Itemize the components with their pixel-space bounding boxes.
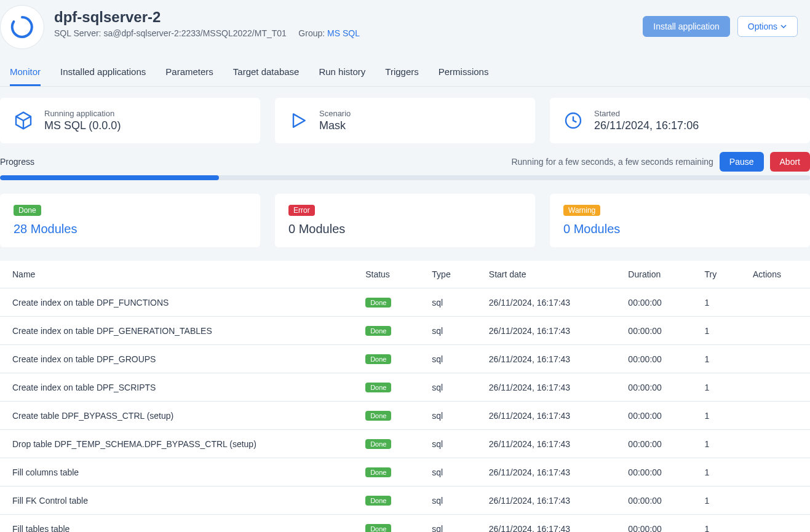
status-badge: Done [365,439,391,449]
table-row[interactable]: Fill FK Control tableDonesql26/11/2024, … [0,486,810,515]
pause-button[interactable]: Pause [720,152,764,172]
col-status[interactable]: Status [353,261,419,288]
group-link[interactable]: MS SQL [327,28,360,38]
cell-duration: 00:00:00 [616,402,692,430]
cell-try: 1 [693,430,741,458]
cell-duration: 00:00:00 [616,515,692,533]
cell-status: Done [353,515,419,533]
table-row[interactable]: Create index on table DPF_SCRIPTSDonesql… [0,373,810,402]
table-row[interactable]: Fill columns tableDonesql26/11/2024, 16:… [0,458,810,486]
cell-actions [741,288,810,317]
cell-actions [741,345,810,373]
running-app-value: MS SQL (0.0.0) [44,119,121,132]
cell-type: sql [419,345,476,373]
cell-try: 1 [693,402,741,430]
started-value: 26/11/2024, 16:17:06 [594,119,699,132]
modules-table: Name Status Type Start date Duration Try… [0,261,810,532]
cell-try: 1 [693,486,741,515]
done-count: 28 Modules [14,222,247,236]
tab-parameters[interactable]: Parameters [165,66,213,86]
table-row[interactable]: Create index on table DPF_GENERATION_TAB… [0,317,810,345]
cell-start: 26/11/2024, 16:17:43 [477,373,616,402]
table-row[interactable]: Fill tables tableDonesql26/11/2024, 16:1… [0,515,810,533]
tab-installed-applications[interactable]: Installed applications [60,66,146,86]
warning-badge: Warning [563,205,600,216]
done-card[interactable]: Done 28 Modules [0,194,260,247]
error-badge: Error [288,205,315,216]
status-badge: Done [365,298,391,308]
table-row[interactable]: Create index on table DPF_GROUPSDonesql2… [0,345,810,373]
options-label: Options [748,22,777,31]
cell-duration: 00:00:00 [616,317,692,345]
cell-duration: 00:00:00 [616,458,692,486]
warning-card[interactable]: Warning 0 Modules [550,194,810,247]
clock-icon [563,111,583,130]
cell-duration: 00:00:00 [616,288,692,317]
table-row[interactable]: Create table DPF_BYPASS_CTRL (setup)Done… [0,402,810,430]
status-badge: Done [365,411,391,421]
cell-try: 1 [693,458,741,486]
cell-actions [741,486,810,515]
tab-permissions[interactable]: Permissions [439,66,489,86]
error-card[interactable]: Error 0 Modules [275,194,535,247]
cell-type: sql [419,458,476,486]
cell-name: Create table DPF_BYPASS_CTRL (setup) [0,402,353,430]
box-icon [14,111,33,130]
status-badge: Done [365,524,391,532]
options-button[interactable]: Options [737,16,798,37]
cell-status: Done [353,458,419,486]
cell-name: Fill tables table [0,515,353,533]
cell-duration: 00:00:00 [616,373,692,402]
cell-actions [741,373,810,402]
cell-status: Done [353,345,419,373]
status-badge: Done [365,467,391,477]
cell-name: Create index on table DPF_GROUPS [0,345,353,373]
error-count: 0 Modules [288,222,522,236]
cell-status: Done [353,486,419,515]
table-row[interactable]: Create index on table DPF_FUNCTIONSDones… [0,288,810,317]
cell-name: Create index on table DPF_GENERATION_TAB… [0,317,353,345]
cell-type: sql [419,486,476,515]
cell-try: 1 [693,515,741,533]
col-duration[interactable]: Duration [616,261,692,288]
cell-name: Drop table DPF_TEMP_SCHEMA.DPF_BYPASS_CT… [0,430,353,458]
cell-type: sql [419,430,476,458]
cell-name: Create index on table DPF_FUNCTIONS [0,288,353,317]
started-card: Started 26/11/2024, 16:17:06 [550,98,810,143]
cell-type: sql [419,288,476,317]
cell-status: Done [353,288,419,317]
abort-button[interactable]: Abort [770,152,810,172]
cell-start: 26/11/2024, 16:17:43 [477,402,616,430]
cell-type: sql [419,515,476,533]
cell-start: 26/11/2024, 16:17:43 [477,515,616,533]
cell-name: Fill columns table [0,458,353,486]
tab-monitor[interactable]: Monitor [10,66,41,86]
group-label: Group: [298,28,325,38]
cell-status: Done [353,373,419,402]
cell-actions [741,430,810,458]
cell-duration: 00:00:00 [616,430,692,458]
done-badge: Done [14,205,41,216]
scenario-card: Scenario Mask [275,98,535,143]
scenario-label: Scenario [319,109,351,118]
cell-status: Done [353,317,419,345]
header-subtitle: SQL Server: sa@dpf-sqlserver-2:2233/MSSQ… [54,28,633,38]
col-try[interactable]: Try [693,261,741,288]
tabs-nav: Monitor Installed applications Parameter… [0,54,810,87]
started-label: Started [594,109,699,118]
col-name[interactable]: Name [0,261,353,288]
progress-label: Progress [0,157,34,167]
cell-start: 26/11/2024, 16:17:43 [477,486,616,515]
col-start-date[interactable]: Start date [477,261,616,288]
progress-status-text: Running for a few seconds, a few seconds… [511,157,713,167]
col-type[interactable]: Type [419,261,476,288]
col-actions[interactable]: Actions [741,261,810,288]
tab-triggers[interactable]: Triggers [385,66,418,86]
tab-run-history[interactable]: Run history [319,66,365,86]
table-row[interactable]: Drop table DPF_TEMP_SCHEMA.DPF_BYPASS_CT… [0,430,810,458]
tab-target-database[interactable]: Target database [233,66,300,86]
cell-duration: 00:00:00 [616,345,692,373]
cell-status: Done [353,402,419,430]
server-label: SQL Server: [54,28,101,38]
install-application-button[interactable]: Install application [643,16,729,37]
